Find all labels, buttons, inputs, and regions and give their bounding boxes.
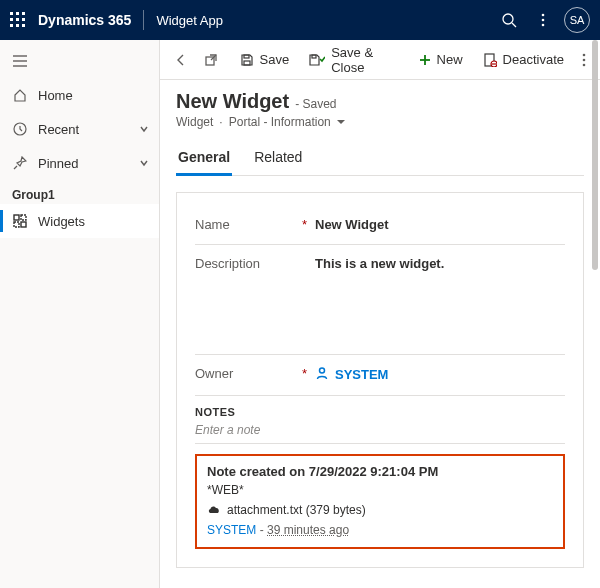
notes-heading: NOTES xyxy=(195,406,565,418)
tab-related[interactable]: Related xyxy=(252,143,304,175)
field-description-value[interactable]: This is a new widget. xyxy=(315,256,565,344)
note-item-highlighted: Note created on 7/29/2022 9:21:04 PM *WE… xyxy=(195,454,565,549)
svg-rect-7 xyxy=(16,24,19,27)
form-tabs: General Related xyxy=(176,143,584,176)
back-button[interactable] xyxy=(166,40,196,80)
new-button[interactable]: New xyxy=(409,40,473,80)
clock-icon xyxy=(12,122,28,136)
field-owner-value[interactable]: SYSTEM xyxy=(315,366,565,383)
note-title: Note created on 7/29/2022 9:21:04 PM xyxy=(207,464,553,479)
svg-point-13 xyxy=(542,24,545,27)
svg-line-18 xyxy=(14,166,17,169)
svg-rect-5 xyxy=(22,18,25,21)
app-name[interactable]: Widget App xyxy=(156,13,223,28)
form-body: Name* New Widget Description This is a n… xyxy=(176,192,584,568)
field-owner-label: Owner xyxy=(195,366,233,381)
deactivate-label: Deactivate xyxy=(503,52,564,67)
save-close-label: Save & Close xyxy=(331,45,398,75)
svg-rect-0 xyxy=(10,12,13,15)
note-attachment-text: attachment.txt (379 bytes) xyxy=(227,503,366,517)
global-top-bar: Dynamics 365 Widget App SA xyxy=(0,0,600,40)
cloud-icon xyxy=(207,503,221,517)
svg-line-10 xyxy=(512,23,516,27)
scrollbar-thumb[interactable] xyxy=(592,40,598,270)
nav-item-home[interactable]: Home xyxy=(0,78,159,112)
content-area: Save Save & Close New Deactivate xyxy=(160,40,600,588)
save-close-button[interactable]: Save & Close xyxy=(299,40,408,80)
hamburger-icon xyxy=(12,55,28,67)
tab-general[interactable]: General xyxy=(176,143,232,176)
owner-text: SYSTEM xyxy=(335,367,388,382)
save-icon xyxy=(240,53,254,67)
person-icon xyxy=(315,366,329,383)
field-description-label: Description xyxy=(195,256,260,271)
svg-rect-2 xyxy=(22,12,25,15)
nav-label-widgets: Widgets xyxy=(38,214,85,229)
product-brand[interactable]: Dynamics 365 xyxy=(38,12,131,28)
svg-point-33 xyxy=(583,58,586,61)
nav-label-pinned: Pinned xyxy=(38,156,78,171)
svg-rect-8 xyxy=(22,24,25,27)
pin-icon xyxy=(12,156,28,170)
form-name: Portal - Information xyxy=(229,115,345,129)
entity-name: Widget xyxy=(176,115,213,129)
nav-item-pinned[interactable]: Pinned xyxy=(0,146,159,180)
note-source: *WEB* xyxy=(207,483,553,497)
svg-point-32 xyxy=(583,53,586,56)
note-timestamp: 39 minutes ago xyxy=(267,523,349,537)
search-icon[interactable] xyxy=(492,0,526,40)
save-button[interactable]: Save xyxy=(230,40,300,80)
note-author[interactable]: SYSTEM xyxy=(207,523,256,537)
svg-rect-1 xyxy=(16,12,19,15)
nav-item-widgets[interactable]: Widgets xyxy=(0,204,159,238)
left-nav: Home Recent Pinned Group1 Widgets xyxy=(0,40,160,588)
svg-rect-4 xyxy=(16,18,19,21)
record-title: New Widget xyxy=(176,90,289,113)
user-avatar[interactable]: SA xyxy=(564,7,590,33)
vertical-scrollbar[interactable] xyxy=(590,40,598,588)
svg-rect-21 xyxy=(14,222,19,227)
nav-item-recent[interactable]: Recent xyxy=(0,112,159,146)
save-close-icon xyxy=(309,53,325,67)
svg-point-35 xyxy=(320,368,325,373)
new-label: New xyxy=(437,52,463,67)
svg-point-9 xyxy=(503,14,513,24)
svg-rect-20 xyxy=(21,215,26,220)
topbar-more-icon[interactable] xyxy=(526,0,560,40)
home-icon xyxy=(12,88,28,102)
field-name-value[interactable]: New Widget xyxy=(315,217,565,232)
plus-icon xyxy=(419,54,431,66)
svg-rect-25 xyxy=(244,61,250,65)
form-selector[interactable]: Widget · Portal - Information xyxy=(176,115,584,129)
note-placeholder: Enter a note xyxy=(195,423,260,437)
chevron-down-icon xyxy=(139,122,149,137)
svg-rect-22 xyxy=(21,222,26,227)
app-launcher-icon[interactable] xyxy=(10,12,26,28)
nav-collapse-button[interactable] xyxy=(0,44,159,78)
open-in-new-button[interactable] xyxy=(196,40,226,80)
save-label: Save xyxy=(260,52,290,67)
svg-rect-26 xyxy=(312,55,316,58)
note-attachment[interactable]: attachment.txt (379 bytes) xyxy=(207,503,553,517)
field-name-label: Name xyxy=(195,217,230,232)
note-input[interactable]: Enter a note xyxy=(195,418,565,444)
svg-rect-19 xyxy=(14,215,19,220)
svg-point-34 xyxy=(583,63,586,66)
nav-label-recent: Recent xyxy=(38,122,79,137)
deactivate-button[interactable]: Deactivate xyxy=(473,40,574,80)
svg-rect-3 xyxy=(10,18,13,21)
svg-point-12 xyxy=(542,19,545,22)
svg-point-11 xyxy=(542,14,545,17)
record-save-status: - Saved xyxy=(295,97,336,111)
svg-rect-24 xyxy=(244,55,249,58)
chevron-down-icon xyxy=(139,156,149,171)
widgets-icon xyxy=(12,214,28,228)
svg-rect-6 xyxy=(10,24,13,27)
command-bar: Save Save & Close New Deactivate xyxy=(160,40,600,80)
topbar-divider xyxy=(143,10,144,30)
nav-group-label: Group1 xyxy=(0,180,159,204)
nav-label-home: Home xyxy=(38,88,73,103)
deactivate-icon xyxy=(483,53,497,67)
